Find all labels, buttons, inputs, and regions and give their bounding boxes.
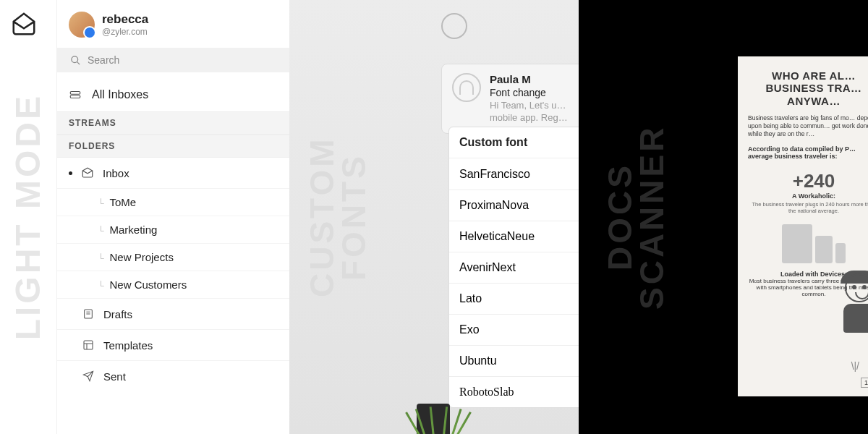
panel-label: LIGHT MODE [12, 93, 45, 340]
panel-label: CUSTOM FONTS [307, 109, 370, 326]
svg-rect-4 [84, 341, 93, 349]
subfolder-new-projects[interactable]: New Projects [57, 244, 289, 271]
font-name: SanFrancisco [459, 168, 530, 181]
small-phone-icon [835, 243, 846, 263]
templates-icon [82, 339, 95, 352]
message-avatar-icon [452, 73, 481, 102]
folder-sent[interactable]: Sent [57, 361, 289, 391]
inbox-stack-icon [69, 88, 82, 101]
search-placeholder: Search [88, 54, 119, 66]
plant-decoration [417, 404, 450, 434]
templates-label: Templates [103, 339, 153, 352]
message-card[interactable]: Paula M Font change Hi Team, Let's u… mo… [441, 64, 579, 134]
search-icon [69, 54, 82, 67]
rays-decoration: \ | / [851, 360, 858, 372]
page-number: 14 [861, 378, 868, 388]
section-folders[interactable]: FOLDERS [57, 135, 289, 158]
sidebar: rebecca @zyler.com Search All Inboxes ST… [56, 0, 289, 434]
svg-rect-1 [70, 92, 80, 95]
unread-dot-icon [69, 171, 72, 175]
panel-custom-fonts: CUSTOM FONTS Paula M Font change Hi Team… [289, 0, 579, 434]
stat-number: +240 [748, 170, 868, 192]
svg-point-0 [71, 56, 77, 62]
panel-docs-scanner: DOCS SCANNER WHO ARE AL… BUSINESS TRA… A… [579, 0, 868, 434]
panel-light-mode: LIGHT MODE rebecca @zyler.com Search All… [0, 0, 289, 434]
folder-templates[interactable]: Templates [57, 330, 289, 361]
drafts-label: Drafts [103, 308, 132, 320]
message-subject: Font change [490, 87, 579, 98]
font-list: Custom font SanFrancisco✓ ProximaNova He… [448, 127, 579, 408]
message-preview-area: Paula M Font change Hi Team, Let's u… mo… [441, 13, 579, 134]
app-logo [10, 10, 38, 41]
font-option[interactable]: SanFrancisco✓ [449, 158, 579, 190]
doc-according: According to data compiled by P… average… [748, 145, 868, 160]
inbox-icon [81, 166, 94, 179]
avatar-placeholder-icon [441, 13, 467, 39]
sent-label: Sent [103, 370, 126, 383]
font-option[interactable]: Exo [449, 315, 579, 346]
folder-inbox[interactable]: Inbox [57, 158, 289, 189]
search-input[interactable]: Search [57, 48, 289, 72]
user-handle: @zyler.com [102, 27, 148, 37]
doc-heading: WHO ARE AL… BUSINESS TRA… ANYWA… [748, 69, 868, 107]
font-option[interactable]: Ubuntu [449, 346, 579, 377]
stat-desc: The business traveler plugs in 240 hours… [748, 201, 868, 214]
font-option[interactable]: ProximaNova [449, 190, 579, 221]
user-name: rebecca [102, 12, 148, 27]
font-option[interactable]: RobotoSlab [449, 377, 579, 407]
subfolder-new-customers[interactable]: New Customers [57, 271, 289, 299]
folder-drafts[interactable]: Drafts [57, 299, 289, 330]
folder-inbox-label: Inbox [103, 167, 129, 179]
message-sender: Paula M [490, 73, 579, 85]
stat-label: A Workaholic: [748, 192, 868, 200]
subfolder-tome[interactable]: ToMe [57, 189, 289, 216]
font-list-header: Custom font [449, 127, 579, 158]
doc-paragraph: Business travelers are big fans of mo… d… [748, 114, 868, 138]
drafts-icon [82, 307, 95, 320]
scanned-document[interactable]: WHO ARE AL… BUSINESS TRA… ANYWA… Busines… [738, 56, 868, 396]
font-option[interactable]: Lato [449, 284, 579, 315]
doc-stat: +240 A Workaholic: The business traveler… [748, 170, 868, 214]
tablet-icon [782, 224, 812, 263]
sent-icon [82, 370, 95, 383]
avatar [69, 12, 95, 38]
subfolder-marketing[interactable]: Marketing [57, 216, 289, 244]
font-option[interactable]: HelveticaNeue [449, 221, 579, 252]
panel-label: DOCS SCANNER [605, 109, 668, 326]
section-streams[interactable]: STREAMS [57, 111, 289, 135]
devices-illustration [748, 224, 868, 263]
svg-rect-2 [70, 95, 80, 98]
panel-label-area: LIGHT MODE [0, 0, 56, 434]
all-inboxes-button[interactable]: All Inboxes [57, 78, 289, 111]
all-inboxes-label: All Inboxes [92, 88, 148, 101]
person-illustration [839, 273, 868, 333]
phone-icon [815, 236, 833, 263]
message-preview: Hi Team, Let's u… mobile app. Reg… [490, 100, 579, 124]
user-header[interactable]: rebecca @zyler.com [57, 9, 289, 45]
font-option[interactable]: AvenirNext [449, 252, 579, 284]
